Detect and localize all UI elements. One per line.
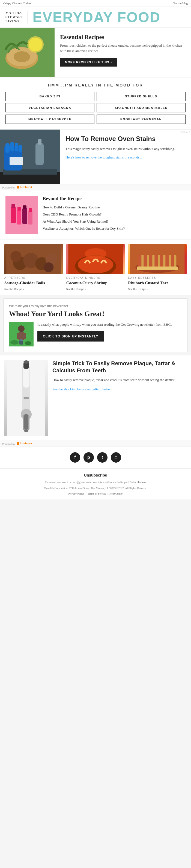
svg-rect-25: [29, 208, 32, 212]
essential-desc: From roast chicken to the perfect cheese…: [60, 43, 186, 54]
top-nav-right-link[interactable]: Get the Mag: [173, 2, 188, 5]
svg-point-49: [18, 326, 25, 332]
svg-rect-59: [23, 366, 29, 388]
oven-ad-powered-by: Powered by LiveIntent: [0, 184, 191, 190]
essential-image: [0, 28, 55, 77]
mood-title: HMM...I'M REALLY IN THE MOOD FOR: [5, 83, 186, 87]
svg-rect-12: [15, 143, 18, 151]
beyond-image-container: [5, 196, 38, 234]
newsletter-image: [9, 322, 34, 346]
mood-grid: BAKED ZITI STUFFED SHELLS VEGETARIAN LAS…: [5, 92, 186, 124]
mood-section: HMM...I'M REALLY IN THE MOOD FOR BAKED Z…: [0, 78, 191, 130]
beyond-section: Beyond the Recipe How to Build a Greener…: [0, 190, 191, 240]
svg-point-4: [29, 38, 42, 51]
essential-content: Essential Recipes From roast chicken to …: [55, 28, 191, 77]
recipe-name-3: Rhubarb Custard Tart: [128, 280, 187, 286]
social-icons-row: f p t □: [5, 452, 186, 463]
footer-text-2: Meredith Corporation, 1716 Locust Street…: [5, 486, 186, 491]
recipe-card-2: EVERYDAY DINNERS Coconut-Curry Shrimp Se…: [66, 244, 125, 291]
svg-point-55: [10, 340, 19, 344]
svg-rect-19: [11, 204, 15, 208]
mood-item-eggplant[interactable]: EGGPLANT PARMESAN: [97, 115, 186, 124]
beyond-link-beauty[interactable]: How to Build a Greener Beauty Routine: [42, 205, 186, 210]
svg-rect-47: [137, 267, 178, 270]
svg-rect-21: [18, 207, 21, 211]
essential-cta-button[interactable]: MORE RECIPES LIKE THIS »: [60, 58, 117, 67]
svg-point-56: [25, 341, 31, 345]
beyond-link-retinol[interactable]: At What Age Should You Start Using Retin…: [42, 219, 186, 224]
oven-ad-desc: This magic spray easily removes toughest…: [65, 146, 186, 152]
footer-links: Privacy Policy | Terms of Service | Help…: [5, 492, 186, 495]
dental-ad-image: [4, 360, 48, 436]
mood-item-baked-ziti[interactable]: BAKED ZITI: [5, 92, 94, 101]
top-nav-left-link[interactable]: Crispy Chicken Cutlets: [3, 2, 31, 5]
oven-ad-section: How To Remove Oven Stains This magic spr…: [0, 130, 191, 184]
oven-ad-headline: How To Remove Oven Stains: [65, 135, 186, 143]
instagram-icon[interactable]: □: [111, 452, 121, 463]
recipe-link-3[interactable]: See the Recipe »: [128, 287, 187, 290]
ad-attribution: D-Clean 5: [180, 131, 190, 133]
dental-tool-image: [7, 360, 45, 436]
mood-item-meatball-casserole[interactable]: MEATBALL CASSEROLE: [5, 115, 94, 124]
beyond-link-cbd[interactable]: Does CBD Really Promote Hair Growth?: [42, 212, 186, 217]
mood-item-vegetarian-lasagna[interactable]: VEGETARIAN LASAGNA: [5, 103, 94, 113]
beyond-link-item-1: How to Build a Greener Beauty Routine: [42, 205, 186, 210]
terms-of-service-link[interactable]: Terms of Service: [88, 492, 106, 495]
svg-rect-14: [9, 157, 23, 165]
svg-point-65: [24, 397, 29, 399]
li-icon: [17, 186, 20, 188]
footer: Unsubscribe This email was sent to xxxxx…: [0, 468, 191, 499]
svg-rect-17: [5, 196, 38, 234]
recipe-name-1: Sausage-Cheddar Balls: [4, 280, 63, 286]
essential-title: Essential Recipes: [60, 34, 186, 41]
recipe-link-1[interactable]: See the Recipe »: [4, 287, 63, 290]
facebook-icon[interactable]: f: [70, 452, 80, 463]
dental-ad-powered-by: Powered by LiveIntent: [0, 441, 191, 447]
beyond-link-item-3: At What Age Should You Start Using Retin…: [42, 219, 186, 224]
social-section: f p t □: [0, 447, 191, 468]
brand-name: MARTHA STEWART LIVING: [5, 11, 28, 24]
pinterest-icon[interactable]: p: [84, 452, 94, 463]
beyond-links-list: How to Build a Greener Beauty Routine Do…: [42, 205, 186, 231]
svg-rect-22: [22, 208, 27, 224]
newsletter-eyebrow: We think you'll totally love this newsle…: [9, 304, 182, 308]
mood-item-spaghetti[interactable]: SPAGHETTI AND MEATBALLS: [97, 103, 186, 113]
glove-scene: [0, 130, 60, 184]
svg-rect-11: [10, 142, 14, 151]
svg-point-31: [10, 251, 21, 262]
beyond-title: Beyond the Recipe: [42, 196, 186, 202]
oven-ad-link[interactable]: Here's how to remove the toughest stains…: [65, 155, 142, 160]
recipe-card-img-3: [128, 244, 187, 274]
beyond-link-item-2: Does CBD Really Promote Hair Growth?: [42, 212, 186, 217]
recipe-link-2[interactable]: See the Recipe »: [66, 287, 125, 290]
svg-rect-15: [35, 143, 44, 165]
recipe-category-2: EVERYDAY DINNERS: [66, 276, 125, 279]
svg-rect-18: [11, 207, 16, 223]
unsubscribe-link[interactable]: Unsubscribe: [5, 473, 186, 477]
dental-ad-section: Simple Trick To Easily Remove Plaque, Ta…: [0, 355, 191, 441]
signup-button[interactable]: CLICK TO SIGN UP INSTANTLY: [37, 331, 104, 342]
recipe-card-img-1: [4, 244, 63, 274]
beyond-link-vaseline[interactable]: Vaseline or Aquaphor: Which One Is Bette…: [42, 226, 186, 231]
header-title: EVERYDAY FOOD: [32, 10, 160, 24]
svg-point-5: [13, 51, 30, 62]
svg-rect-13: [19, 145, 22, 152]
svg-rect-16: [38, 139, 41, 145]
privacy-policy-link[interactable]: Privacy Policy: [68, 492, 84, 495]
svg-point-36: [85, 248, 106, 259]
essential-recipes-section: Essential Recipes From roast chicken to …: [0, 28, 191, 78]
newsletter-desc: Is exactly what people will say when you…: [37, 322, 182, 327]
subscribe-here-link[interactable]: Subscribe here: [130, 480, 146, 484]
dental-ad-link[interactable]: See the shocking before and after photos: [53, 387, 110, 392]
help-center-link[interactable]: Help Center: [109, 492, 123, 495]
mood-item-stuffed-shells[interactable]: STUFFED SHELLS: [97, 92, 186, 101]
beyond-photo: [5, 196, 38, 234]
newsletter-body: Is exactly what people will say when you…: [37, 322, 182, 342]
newsletter-headline: Whoa! Your Yard Looks Great!: [9, 310, 182, 318]
twitter-icon[interactable]: t: [97, 452, 107, 463]
recipe-card-1: APPETIZERS Sausage-Cheddar Balls See the…: [4, 244, 63, 291]
recipe-name-2: Coconut-Curry Shrimp: [66, 280, 125, 286]
dental-ad-desc: How to easily remove plaque, tartar and …: [53, 377, 187, 383]
svg-point-66: [24, 429, 28, 432]
newsletter-inner: Is exactly what people will say when you…: [9, 322, 182, 346]
